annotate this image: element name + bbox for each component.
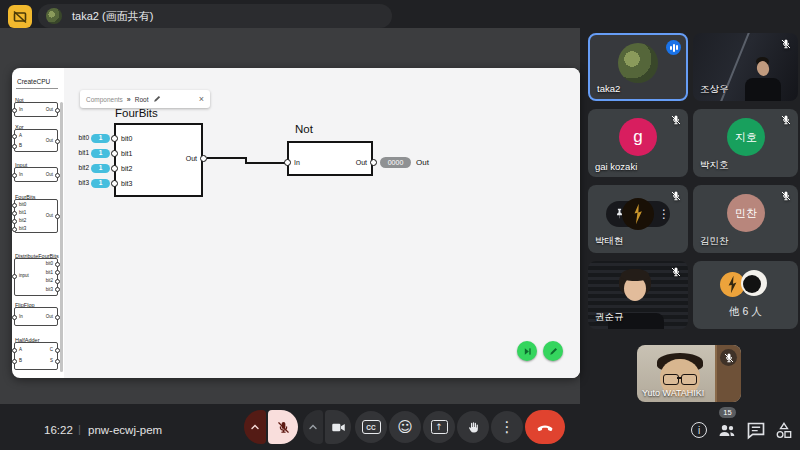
input-label: bit1 (68, 149, 89, 156)
input-port[interactable] (12, 134, 17, 139)
palette-item-not[interactable]: In Out (14, 102, 58, 117)
input-port[interactable] (12, 211, 17, 216)
glasses-right (681, 374, 697, 385)
avatar: g (619, 118, 657, 156)
circuit-canvas[interactable]: Components » Root × FourBits bit0 bit1 b… (64, 68, 580, 378)
presenter-pill: taka2 (画面共有) (38, 4, 392, 28)
captions-icon: CC (362, 420, 381, 434)
port-label: In (294, 159, 300, 166)
bit1-value-toggle[interactable]: 1 (91, 149, 110, 158)
breadcrumb-components[interactable]: Components (86, 96, 123, 103)
input-port[interactable] (12, 227, 17, 232)
port-label: A (19, 134, 22, 139)
port-label: bit3 (121, 180, 132, 187)
sidebar-scrollbar[interactable] (60, 102, 63, 372)
participant-tile-gai-kozaki[interactable]: g gai kozaki (588, 109, 688, 177)
run-button[interactable] (517, 341, 537, 361)
meeting-code: pnw-ecwj-pem (88, 424, 162, 436)
input-port[interactable] (12, 144, 17, 149)
input-port[interactable] (12, 203, 17, 208)
palette-item-distributefourbits[interactable]: input bit0 bit1 bit2 bit3 (14, 258, 58, 296)
input-port[interactable] (12, 315, 17, 320)
avatar (618, 43, 658, 83)
raise-hand-button[interactable] (457, 411, 489, 443)
pencil-icon (549, 347, 558, 356)
chat-button[interactable] (746, 421, 766, 441)
participant-name: 김민찬 (700, 235, 729, 248)
fourbits-port-bit0[interactable] (111, 135, 118, 142)
bit2-value-toggle[interactable]: 1 (91, 164, 110, 173)
participant-tile-parkjiho[interactable]: 지호 박지호 (693, 109, 798, 177)
port-label: Out (174, 155, 197, 162)
wire-segment (207, 157, 246, 159)
info-button[interactable]: i (691, 422, 707, 438)
project-name-input[interactable]: CreateCPU (17, 78, 50, 85)
activities-button[interactable] (774, 421, 794, 441)
port-label: bit3 (46, 288, 53, 293)
input-label: bit3 (68, 179, 89, 186)
bit0-value-toggle[interactable]: 1 (91, 134, 110, 143)
overflow-participants-tile[interactable]: 他 6 人 (693, 261, 798, 329)
palette-item-input[interactable]: In Out (14, 167, 58, 182)
port-label: bit0 (19, 203, 26, 208)
not-title: Not (295, 124, 313, 136)
mic-off-icon (780, 38, 792, 50)
not-port-out[interactable] (370, 159, 377, 166)
port-label: bit3 (19, 227, 26, 232)
result-label: Out (416, 159, 429, 166)
present-button[interactable]: ↑ (423, 411, 455, 443)
circuit-app-window: CreateCPU Not In Out Xor A B Out Input I… (12, 68, 580, 378)
fourbits-port-bit1[interactable] (111, 150, 118, 157)
palette-item-fourbits[interactable]: bit0 bit1 bit2 bit3 Out (14, 199, 58, 233)
captions-button[interactable]: CC (355, 411, 387, 443)
hand-icon (466, 420, 481, 435)
input-label: bit2 (68, 164, 89, 171)
fourbits-port-bit2[interactable] (111, 165, 118, 172)
breadcrumb-current: Root (135, 96, 149, 103)
edit-mode-button[interactable] (543, 341, 563, 361)
participant-name: taka2 (597, 83, 620, 94)
participant-tile-kwonsungyu[interactable]: 권순규 (588, 261, 688, 329)
participant-name: 박지호 (700, 159, 729, 172)
port-label: bit0 (46, 262, 53, 267)
fourbits-port-bit3[interactable] (111, 180, 118, 187)
breadcrumb-separator-icon: » (127, 96, 131, 103)
palette-item-flipflop[interactable]: In Out (14, 307, 58, 326)
people-button[interactable] (717, 421, 737, 441)
end-call-button[interactable] (525, 410, 565, 444)
participant-tile-taka2[interactable]: taka2 (588, 33, 688, 101)
input-port[interactable] (12, 274, 17, 279)
audio-speaking-icon (666, 40, 681, 55)
participant-tile-parktaehyun[interactable]: ⋮ 박태현 (588, 185, 688, 253)
chevron-up-icon (249, 421, 261, 433)
palette-item-halfadder[interactable]: A B C S (14, 342, 58, 370)
more-options-button[interactable]: ⋮ (491, 411, 523, 443)
fringe (621, 269, 649, 281)
present-icon: ↑ (431, 420, 448, 434)
input-port[interactable] (12, 359, 17, 364)
participant-tile-josangwoo[interactable]: 조상우 (693, 33, 798, 101)
input-port[interactable] (12, 173, 17, 178)
fourbits-port-out[interactable] (200, 155, 207, 162)
edit-pencil-icon[interactable] (153, 95, 161, 103)
input-port[interactable] (12, 219, 17, 224)
input-port[interactable] (12, 348, 17, 353)
port-label: Out (46, 315, 53, 320)
self-view-tile[interactable]: Yuto WATAHIKI (637, 345, 741, 402)
port-label: Out (46, 173, 53, 178)
stop-presenting-button[interactable] (8, 5, 32, 28)
reactions-button[interactable]: ☺ (389, 411, 421, 443)
people-count-badge: 15 (719, 407, 736, 418)
input-port[interactable] (12, 108, 17, 113)
result-value: 0000 (388, 159, 404, 166)
present-off-icon (13, 10, 27, 24)
palette-item-xor[interactable]: A B Out (14, 129, 58, 152)
bit3-value-toggle[interactable]: 1 (91, 179, 110, 188)
breadcrumb-close-icon[interactable]: × (199, 95, 204, 104)
more-options-button[interactable]: ⋮ (658, 205, 670, 223)
mic-off-icon (723, 352, 735, 364)
not-port-in[interactable] (284, 159, 291, 166)
port-label: B (19, 144, 22, 149)
lightning-logo (726, 275, 739, 295)
participant-tile-kimminchan[interactable]: 민찬 김민찬 (693, 185, 798, 253)
